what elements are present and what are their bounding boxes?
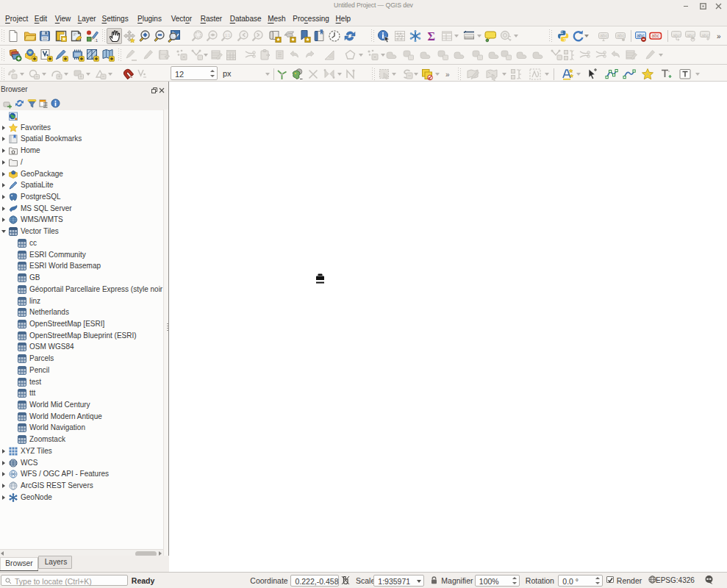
svg-text:abc: abc (687, 33, 695, 38)
svg-text:»: » (717, 32, 721, 40)
svg-text:abc: abc (652, 33, 660, 38)
svg-text:abc: abc (701, 33, 709, 38)
svg-text::1: :1 (94, 38, 99, 43)
svg-text:abc: abc (673, 33, 681, 38)
svg-text:1:1: 1:1 (225, 33, 230, 37)
svg-text:abc: abc (617, 33, 625, 38)
svg-text:Σ: Σ (427, 30, 434, 43)
svg-text:abc: abc (600, 33, 608, 38)
svg-text:»: » (445, 71, 450, 79)
